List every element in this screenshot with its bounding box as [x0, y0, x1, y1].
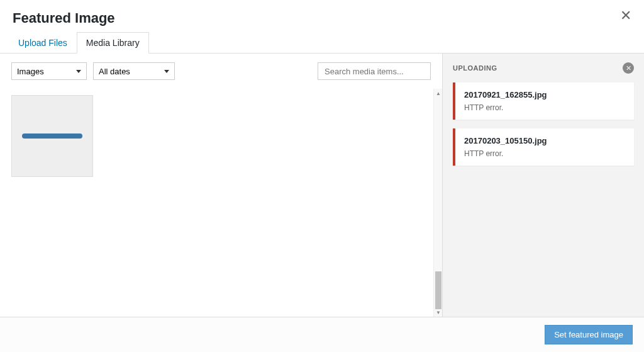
close-button[interactable]: ✕: [620, 9, 631, 23]
upload-error-item: 20170921_162855.jpg HTTP error.: [453, 82, 634, 120]
attachment-thumb-uploading[interactable]: [11, 95, 93, 177]
filter-type-select[interactable]: Images: [11, 62, 87, 80]
upload-filename: 20170203_105150.jpg: [464, 136, 625, 145]
content-area: Images All dates ▲ ▼: [0, 54, 644, 317]
tab-upload-files[interactable]: Upload Files: [9, 32, 77, 54]
filter-date-select[interactable]: All dates: [93, 62, 175, 80]
featured-image-modal: Featured Image ✕ Upload Files Media Libr…: [0, 0, 644, 352]
sidebar-header: UPLOADING ✕: [453, 62, 634, 74]
modal-header: Featured Image ✕: [0, 0, 644, 31]
modal-footer: Set featured image: [0, 317, 644, 352]
attachments-grid: ▲ ▼: [0, 89, 442, 317]
toolbar: Images All dates: [0, 54, 442, 89]
upload-filename: 20170921_162855.jpg: [464, 90, 625, 99]
close-icon: ✕: [620, 8, 631, 23]
tab-bar: Upload Files Media Library: [0, 31, 644, 54]
uploading-heading: UPLOADING: [453, 64, 497, 72]
scrollbar-vertical[interactable]: ▲ ▼: [433, 89, 442, 317]
upload-error-item: 20170203_105150.jpg HTTP error.: [453, 128, 634, 166]
upload-error-message: HTTP error.: [464, 149, 625, 158]
upload-progress-bar: [22, 133, 82, 139]
main-panel: Images All dates ▲ ▼: [0, 54, 443, 317]
dismiss-icon: ✕: [626, 65, 631, 72]
scroll-up-arrow-icon[interactable]: ▲: [434, 89, 442, 98]
tab-media-library[interactable]: Media Library: [77, 32, 149, 54]
scroll-down-arrow-icon[interactable]: ▼: [434, 308, 442, 317]
search-input[interactable]: [318, 62, 431, 80]
sidebar-panel: UPLOADING ✕ 20170921_162855.jpg HTTP err…: [443, 54, 644, 317]
upload-error-message: HTTP error.: [464, 103, 625, 112]
set-featured-image-button[interactable]: Set featured image: [545, 325, 633, 344]
dismiss-errors-button[interactable]: ✕: [623, 62, 634, 74]
scroll-thumb[interactable]: [435, 271, 441, 309]
modal-title: Featured Image: [13, 10, 631, 26]
